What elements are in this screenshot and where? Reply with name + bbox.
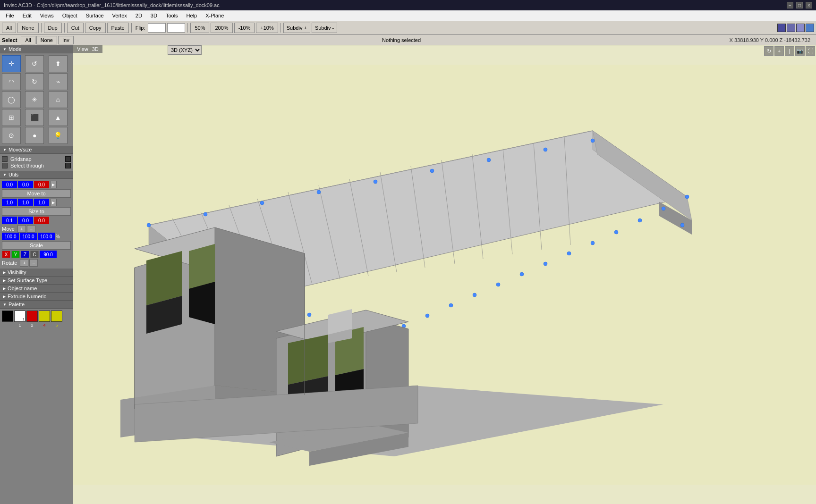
flip-x-input[interactable] (148, 23, 166, 33)
scale-y-input[interactable] (20, 233, 37, 240)
palette-swatch-2[interactable]: 1 (14, 311, 26, 322)
select-none-button[interactable]: None (36, 36, 57, 44)
menu-help[interactable]: Help (183, 12, 201, 19)
viewport-sync-button[interactable]: | (785, 46, 794, 56)
move-x-input[interactable] (2, 217, 17, 224)
move-z-input[interactable] (34, 217, 49, 224)
move-icon[interactable]: ✛ (2, 55, 21, 72)
all-button[interactable]: All (2, 23, 16, 33)
move-y-input[interactable] (18, 217, 33, 224)
object-name-section-header[interactable]: Object name (0, 285, 73, 293)
move-plus-button[interactable]: + (17, 225, 26, 233)
menu-tools[interactable]: Tools (162, 12, 182, 19)
loop-icon[interactable]: ↻ (25, 73, 44, 90)
zoom-50-button[interactable]: 50% (190, 23, 209, 33)
ellipse-icon[interactable]: ◯ (2, 91, 21, 108)
moveto-y-input[interactable] (18, 181, 33, 188)
star-icon[interactable]: ✳ (25, 91, 44, 108)
extrude-icon[interactable]: ⬆ (49, 55, 68, 72)
cut-button[interactable]: Cut (67, 23, 84, 33)
select-invert-button[interactable]: Inv (58, 36, 74, 44)
viewport-fit-button[interactable]: + (774, 46, 784, 56)
gridsnap-checkbox[interactable] (2, 156, 8, 162)
grid-icon[interactable]: ⊞ (2, 109, 21, 126)
set-surface-type-section-header[interactable]: Set Surface Type (0, 277, 73, 285)
paste-button[interactable]: Paste (107, 23, 129, 33)
arc-icon[interactable]: ◠ (2, 73, 21, 90)
trapezoid-icon[interactable]: ⌂ (49, 91, 68, 108)
scale-button[interactable]: Scale (2, 241, 71, 250)
view-icon-3[interactable] (796, 24, 805, 32)
scale-x-input[interactable] (2, 233, 19, 240)
light-icon[interactable]: 💡 (49, 127, 68, 144)
zoom-200-button[interactable]: 200% (211, 23, 232, 33)
palette-swatch-1[interactable] (2, 311, 13, 322)
view-icon-2[interactable] (787, 24, 795, 32)
zoom-plus10-button[interactable]: +10% (256, 23, 278, 33)
view-icon-1[interactable] (777, 24, 786, 32)
move-size-section-header[interactable]: Move/size (0, 146, 73, 154)
maximize-button[interactable]: □ (796, 2, 803, 8)
minimize-button[interactable]: − (787, 2, 793, 8)
menu-3d[interactable]: 3D (147, 12, 161, 19)
magnet-icon[interactable]: ⌁ (49, 73, 68, 90)
viewport-expand-button[interactable]: ⛶ (806, 46, 815, 56)
scale-z-input[interactable] (38, 233, 55, 240)
menu-xplane[interactable]: X-Plane (202, 12, 228, 19)
select-through-checkbox[interactable] (2, 163, 8, 168)
menu-vertex[interactable]: Vertex (109, 12, 131, 19)
sphere-icon[interactable]: ● (25, 127, 44, 144)
none-button[interactable]: None (17, 23, 38, 33)
rotate-c-button[interactable]: C (30, 251, 39, 258)
scale-input-row: % (2, 233, 71, 240)
subdiv-plus-button[interactable]: Subdiv + (283, 23, 310, 33)
rotate-minus-button[interactable]: − (29, 259, 38, 267)
moveto-z-input[interactable] (34, 181, 49, 188)
box-icon[interactable]: ⬛ (25, 109, 44, 126)
visibility-section-header[interactable]: Visibility (0, 269, 73, 277)
svg-point-38 (544, 262, 547, 266)
torus-icon[interactable]: ⊙ (2, 127, 21, 144)
sizeto-y-input[interactable] (18, 199, 33, 206)
sizeto-x-input[interactable] (2, 199, 17, 206)
rotate-z-button[interactable]: Z (21, 251, 29, 258)
copy-button[interactable]: Copy (85, 23, 106, 33)
menu-file[interactable]: File (2, 12, 18, 19)
dup-button[interactable]: Dup (44, 23, 62, 33)
rotate-plus-button[interactable]: + (20, 259, 28, 267)
rotate-angle-input[interactable] (40, 251, 57, 258)
zoom-minus10-button[interactable]: -10% (234, 23, 255, 33)
menu-object[interactable]: Object (59, 12, 81, 19)
rotate-y-button[interactable]: Y (11, 251, 20, 258)
extrude-numeric-section-header[interactable]: Extrude Numeric (0, 293, 73, 301)
close-button[interactable]: × (806, 2, 812, 8)
cone-icon[interactable]: ▲ (49, 109, 68, 126)
sizeto-arrow-button[interactable]: ▶ (50, 199, 57, 206)
rotate-x-button[interactable]: X (2, 251, 10, 258)
moveto-x-input[interactable] (2, 181, 17, 188)
palette-section-header[interactable]: Palette (0, 301, 73, 309)
viewport-refresh-button[interactable]: ↻ (764, 46, 774, 56)
sizeto-z-input[interactable] (34, 199, 49, 206)
menu-views[interactable]: Views (36, 12, 58, 19)
palette-swatch-4[interactable] (39, 311, 50, 322)
rotate-icon[interactable]: ↺ (25, 55, 44, 72)
viewport[interactable]: View 3D 3D (XYZ) ↻ + | 📷 ⛶ (73, 45, 816, 504)
move-minus-button[interactable]: − (27, 225, 35, 233)
select-all-button[interactable]: All (21, 36, 35, 44)
menu-edit[interactable]: Edit (19, 12, 35, 19)
subdiv-minus-button[interactable]: Subdiv - (312, 23, 337, 33)
utils-section-header[interactable]: Utils (0, 171, 73, 179)
menu-surface[interactable]: Surface (82, 12, 108, 19)
view-mode-select[interactable]: 3D (XYZ) (168, 45, 202, 55)
palette-swatch-5[interactable] (51, 311, 62, 322)
moveto-arrow-button[interactable]: ▶ (50, 181, 57, 188)
size-to-button[interactable]: Size to (2, 207, 71, 216)
palette-swatch-3[interactable] (26, 311, 38, 322)
move-to-button[interactable]: Move to (2, 189, 71, 198)
mode-section-header[interactable]: Mode (0, 45, 73, 53)
viewport-camera-button[interactable]: 📷 (795, 46, 805, 56)
menu-2d[interactable]: 2D (132, 12, 146, 19)
flip-y-input[interactable] (167, 23, 185, 33)
view-icon-4[interactable] (806, 24, 814, 32)
